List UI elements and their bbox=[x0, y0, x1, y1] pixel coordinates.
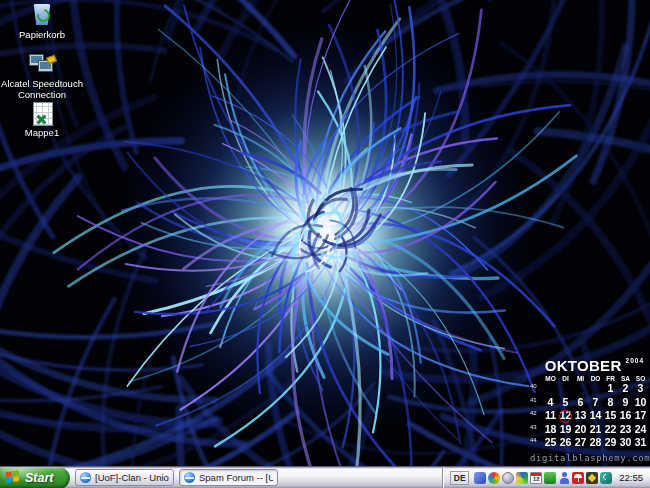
calendar-week-row: 43 18 19 20 21 22 23 24 bbox=[530, 423, 650, 437]
taskbar-task-uof-clan[interactable]: [UoF]-Clan - Union of... bbox=[75, 469, 174, 486]
internet-explorer-icon bbox=[80, 472, 91, 483]
taskbar: Start [UoF]-Clan - Union of... Spam Foru… bbox=[0, 466, 650, 488]
antivir-umbrella-icon[interactable] bbox=[572, 472, 584, 484]
display-settings-icon[interactable] bbox=[516, 472, 528, 484]
desktop-icon-label: Alcatel Speedtouch Connection bbox=[0, 79, 84, 100]
week-number: 40 bbox=[530, 382, 543, 390]
calendar-year: 2004 bbox=[626, 357, 644, 364]
start-button-label: Start bbox=[25, 471, 53, 485]
calendar-day-headers: MO DI MI DO FR SA SO bbox=[530, 375, 650, 382]
disc-burner-icon[interactable] bbox=[586, 472, 598, 484]
desktop-icon-label: Papierkorb bbox=[0, 30, 84, 41]
week-number: 41 bbox=[530, 396, 543, 404]
desktop-icon-recycle-bin[interactable]: Papierkorb bbox=[0, 3, 84, 41]
wallpaper-credit: digitalblasphemy.com bbox=[530, 453, 650, 463]
desktop-icon-dialup-connection[interactable]: Alcatel Speedtouch Connection bbox=[0, 52, 84, 100]
windows-flag-icon bbox=[6, 470, 21, 485]
start-button[interactable]: Start bbox=[0, 467, 70, 488]
system-tray: DE 12 22:55 bbox=[442, 467, 650, 488]
calendar-week-row: 42 11 12 13 14 15 16 17 bbox=[530, 409, 650, 423]
color-settings-icon[interactable] bbox=[488, 472, 500, 484]
red-circle-annotation bbox=[559, 410, 572, 423]
week-number: 44 bbox=[530, 436, 543, 444]
messenger-icon[interactable] bbox=[474, 472, 486, 484]
week-number: 42 bbox=[530, 409, 543, 417]
network-icon[interactable] bbox=[544, 472, 556, 484]
language-indicator[interactable]: DE bbox=[450, 471, 469, 485]
tray-clock[interactable]: 22:55 bbox=[619, 472, 646, 483]
speedtouch-modem-icon[interactable] bbox=[600, 472, 612, 484]
recycle-bin-icon bbox=[27, 3, 57, 28]
calendar-highlighted-day: 12 bbox=[558, 409, 573, 423]
desktop: Papierkorb Alcatel Speedtouch Connection… bbox=[0, 0, 650, 488]
dialup-connection-icon bbox=[27, 52, 57, 77]
calendar-week-row: 44 25 26 27 28 29 30 31 bbox=[530, 436, 650, 450]
desktop-icon-label: Mappe1 bbox=[0, 128, 84, 139]
msn-person-icon[interactable] bbox=[558, 472, 570, 484]
taskbar-task-spam-forum[interactable]: Spam Forum -- [UoF]-... bbox=[179, 469, 278, 486]
task-label: [UoF]-Clan - Union of... bbox=[95, 472, 169, 483]
calendar-week-row: 40 1 2 3 bbox=[530, 382, 650, 396]
desktop-icon-excel-workbook[interactable]: Mappe1 bbox=[0, 101, 84, 139]
excel-workbook-icon bbox=[27, 101, 57, 126]
internet-explorer-icon bbox=[184, 472, 195, 483]
power-meter-icon[interactable] bbox=[502, 472, 514, 484]
task-label: Spam Forum -- [UoF]-... bbox=[199, 472, 273, 483]
week-number: 43 bbox=[530, 423, 543, 431]
calendar-title: OKTOBER2004 bbox=[530, 357, 650, 375]
calendar-week-row: 41 4 5 6 7 8 9 10 bbox=[530, 396, 650, 410]
tray-calendar-icon[interactable]: 12 bbox=[530, 472, 542, 484]
wallpaper-calendar: OKTOBER2004 MO DI MI DO FR SA SO 40 1 2 … bbox=[530, 357, 650, 463]
calendar-month: OKTOBER bbox=[545, 357, 622, 374]
